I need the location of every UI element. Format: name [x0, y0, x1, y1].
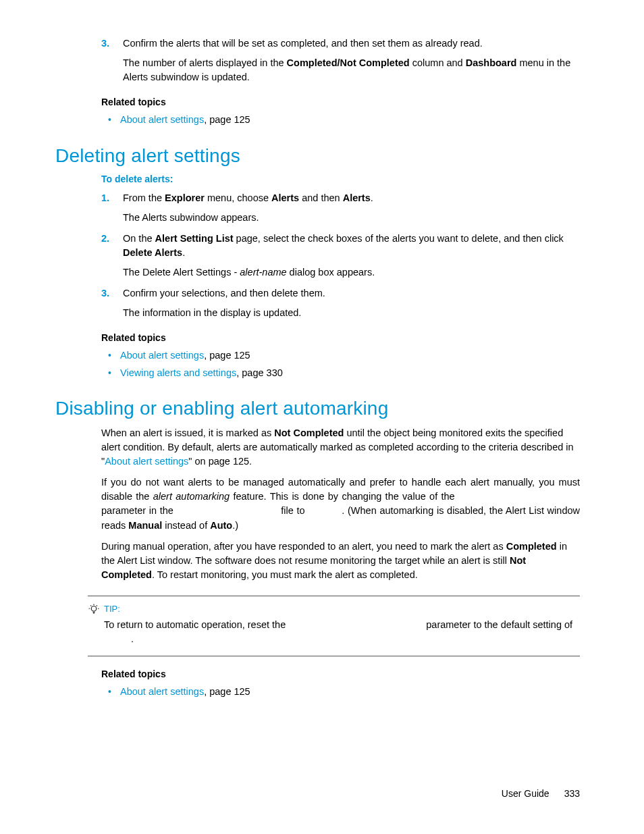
footer-label: User Guide — [502, 788, 549, 799]
link-about-alert-settings[interactable]: About alert settings — [120, 114, 204, 125]
step-sub: The Alerts subwindow appears. — [123, 211, 580, 225]
tip-box: TIP: To return to automatic operation, r… — [88, 596, 580, 656]
step-text: Confirm the alerts that will be set as c… — [123, 38, 483, 49]
step-sub: The number of alerts displayed in the Co… — [123, 56, 580, 84]
step-number: 2. — [101, 232, 109, 246]
link-about-alert-settings[interactable]: About alert settings — [120, 350, 204, 361]
delete-step-1: 1. From the Explorer menu, choose Alerts… — [101, 191, 580, 225]
top-continuation: 3. Confirm the alerts that will be set a… — [101, 36, 580, 128]
step-number: 1. — [101, 191, 109, 205]
paragraph: During manual operation, after you have … — [101, 540, 580, 582]
deleting-content: To delete alerts: 1. From the Explorer m… — [101, 174, 580, 381]
paragraph: When an alert is issued, it is marked as… — [101, 426, 580, 469]
related-topics-list: About alert settings, page 125 Viewing a… — [101, 348, 580, 381]
related-topics-list: About alert settings, page 125 — [101, 685, 580, 700]
svg-point-0 — [91, 606, 97, 611]
link-about-alert-settings[interactable]: About alert settings — [120, 686, 204, 697]
svg-line-4 — [90, 605, 91, 606]
svg-line-5 — [97, 605, 97, 606]
related-topic-item: Viewing alerts and settings, page 330 — [101, 366, 580, 381]
heading-disabling-automarking: Disabling or enabling alert automarking — [55, 398, 580, 419]
step-text: From the Explorer menu, choose Alerts an… — [123, 192, 373, 203]
step-text: Confirm your selections, and then delete… — [123, 288, 325, 298]
step-sub: The information in the display is update… — [123, 306, 580, 320]
step-text: On the Alert Setting List page, select t… — [123, 233, 564, 258]
page-footer: User Guide333 — [502, 788, 580, 799]
delete-step-2: 2. On the Alert Setting List page, selec… — [101, 232, 580, 280]
delete-step-3: 3. Confirm your selections, and then del… — [101, 286, 580, 320]
related-topics-heading: Related topics — [101, 332, 580, 343]
step-number: 3. — [101, 36, 109, 51]
related-topics-list: About alert settings, page 125 — [101, 113, 580, 128]
paragraph: If you do not want alerts to be managed … — [101, 475, 580, 532]
step-sub: The Delete Alert Settings - alert-name d… — [123, 265, 580, 280]
related-topic-item: About alert settings, page 125 — [101, 348, 580, 363]
page-number: 333 — [564, 788, 580, 799]
page: 3. Confirm the alerts that will be set a… — [0, 0, 644, 834]
related-topic-item: About alert settings, page 125 — [101, 113, 580, 128]
step-3-top: 3. Confirm the alerts that will be set a… — [101, 36, 580, 84]
related-topics-heading: Related topics — [101, 97, 580, 107]
heading-deleting-alert-settings: Deleting alert settings — [55, 145, 580, 167]
tip-text: To return to automatic operation, reset … — [104, 618, 580, 646]
link-about-alert-settings[interactable]: About alert settings — [105, 456, 188, 467]
link-viewing-alerts[interactable]: Viewing alerts and settings — [120, 367, 236, 378]
related-topic-item: About alert settings, page 125 — [101, 685, 580, 700]
lightbulb-icon — [88, 603, 101, 617]
related-topics-heading: Related topics — [101, 669, 580, 679]
tip-label: TIP: — [104, 604, 120, 614]
disabling-content: When an alert is issued, it is marked as… — [101, 426, 580, 699]
step-number: 3. — [101, 286, 109, 301]
procedure-heading: To delete alerts: — [101, 174, 580, 184]
